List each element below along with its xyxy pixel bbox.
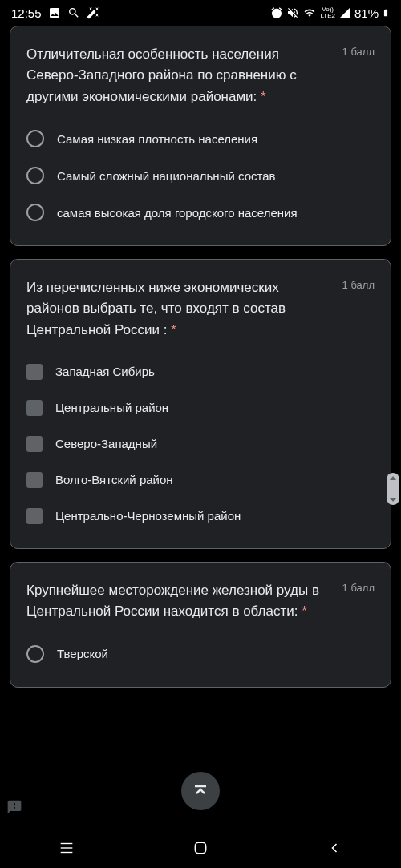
- question-text: Отличительная особенность населения Севе…: [26, 44, 338, 107]
- checkbox-option[interactable]: Западная Сибирь: [26, 357, 375, 386]
- image-icon: [48, 6, 61, 19]
- question-text: Из перечисленных ниже экономических райо…: [26, 277, 338, 341]
- home-button[interactable]: [168, 832, 233, 864]
- checkbox-option[interactable]: Волго-Вятский район: [26, 465, 375, 495]
- points-label: 1 балл: [342, 582, 375, 594]
- radio-option[interactable]: Самая низкая плотность населения: [26, 123, 375, 154]
- option-label: самая высокая доля городского населения: [57, 204, 298, 221]
- option-label: Тверской: [57, 645, 108, 662]
- form-content: Отличительная особенность населения Севе…: [0, 26, 401, 688]
- required-mark: *: [302, 604, 307, 619]
- checkbox-option[interactable]: Северо-Западный: [26, 429, 375, 458]
- radio-option[interactable]: самая высокая доля городского населения: [26, 197, 375, 228]
- options-group: Тверской: [26, 639, 375, 669]
- back-button[interactable]: [302, 832, 367, 864]
- option-label: Центрально-Черноземный район: [55, 507, 241, 524]
- scroll-top-button[interactable]: [181, 772, 220, 810]
- option-label: Центральный район: [55, 399, 168, 416]
- options-group: Западная Сибирь Центральный район Северо…: [26, 357, 375, 531]
- nav-bar: [0, 828, 401, 868]
- feedback-icon[interactable]: [6, 799, 22, 818]
- status-bar: 12:55 Vo))LTE2 81%: [0, 0, 401, 26]
- points-label: 1 балл: [342, 46, 375, 58]
- option-label: Западная Сибирь: [55, 363, 155, 380]
- checkbox-icon: [26, 436, 43, 452]
- search-icon: [67, 6, 80, 19]
- battery-icon: [382, 6, 390, 19]
- required-mark: *: [261, 89, 266, 104]
- options-group: Самая низкая плотность населения Самый с…: [26, 123, 375, 228]
- question-header: Отличительная особенность населения Севе…: [26, 44, 375, 107]
- option-label: Самая низкая плотность населения: [57, 131, 257, 147]
- mute-icon: [286, 6, 299, 19]
- question-header: Крупнейшее месторождение железной руды в…: [26, 580, 375, 623]
- option-label: Волго-Вятский район: [55, 471, 173, 488]
- checkbox-option[interactable]: Центральный район: [26, 393, 375, 422]
- points-label: 1 балл: [342, 279, 375, 291]
- radio-icon: [26, 167, 44, 184]
- radio-icon: [26, 130, 44, 147]
- radio-icon: [26, 645, 44, 663]
- status-right: Vo))LTE2 81%: [270, 6, 390, 20]
- option-label: Самый сложный национальный состав: [57, 168, 276, 184]
- radio-icon: [26, 204, 44, 221]
- scroll-indicator[interactable]: [387, 473, 399, 505]
- question-card: Отличительная особенность населения Севе…: [10, 26, 391, 246]
- checkbox-option[interactable]: Центрально-Черноземный район: [26, 501, 375, 531]
- wand-icon: [87, 6, 99, 19]
- wifi-icon: [302, 7, 317, 18]
- clock: 12:55: [11, 6, 42, 20]
- svg-rect-4: [195, 842, 205, 853]
- question-card: Крупнейшее месторождение железной руды в…: [10, 562, 391, 688]
- checkbox-icon: [26, 508, 43, 524]
- volte-label: Vo))LTE2: [320, 6, 335, 19]
- signal-icon: [338, 6, 351, 19]
- option-label: Северо-Западный: [55, 435, 157, 452]
- checkbox-icon: [26, 364, 43, 380]
- checkbox-icon: [26, 400, 43, 416]
- alarm-icon: [270, 6, 283, 19]
- checkbox-icon: [26, 472, 43, 488]
- question-text: Крупнейшее месторождение железной руды в…: [26, 580, 338, 623]
- recents-button[interactable]: [34, 832, 99, 864]
- required-mark: *: [171, 322, 176, 337]
- question-card: Из перечисленных ниже экономических райо…: [10, 259, 391, 549]
- battery-label: 81%: [354, 6, 379, 20]
- question-header: Из перечисленных ниже экономических райо…: [26, 277, 375, 341]
- radio-option[interactable]: Тверской: [26, 639, 375, 669]
- status-left: 12:55: [11, 6, 99, 20]
- radio-option[interactable]: Самый сложный национальный состав: [26, 160, 375, 191]
